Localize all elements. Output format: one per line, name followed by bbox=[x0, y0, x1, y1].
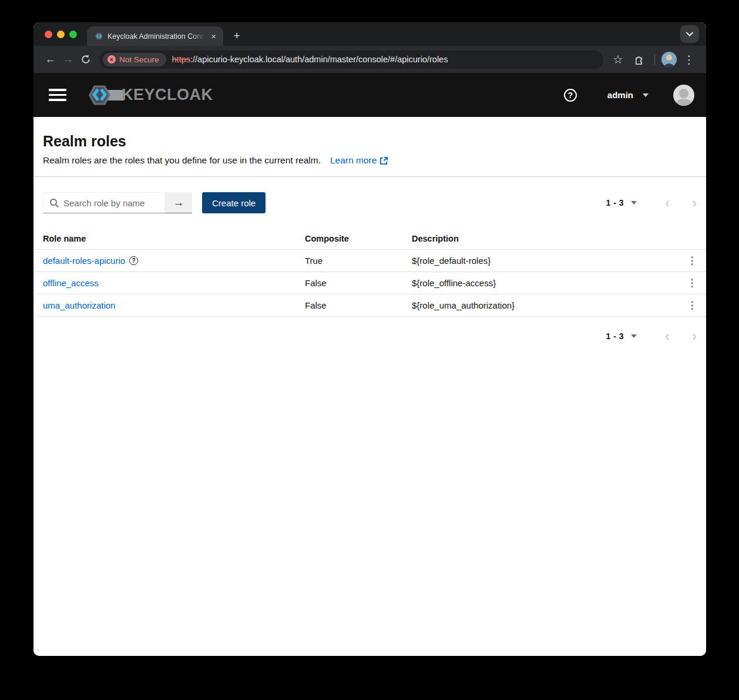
tab-search-button[interactable] bbox=[680, 25, 699, 43]
extensions-icon[interactable] bbox=[630, 51, 648, 68]
new-tab-button[interactable]: + bbox=[229, 28, 245, 44]
help-icon[interactable]: ? bbox=[564, 89, 577, 102]
column-role-name: Role name bbox=[33, 234, 305, 243]
search-input[interactable] bbox=[43, 193, 164, 213]
description-value: ${role_default-roles} bbox=[412, 256, 678, 266]
keycloak-brand[interactable]: KEYCLOAK bbox=[85, 82, 213, 109]
roles-table: Role name Composite Description default-… bbox=[33, 227, 706, 317]
user-menu[interactable]: admin bbox=[607, 90, 649, 100]
keycloak-logo-icon bbox=[85, 82, 125, 109]
role-link[interactable]: default-roles-apicurio bbox=[43, 256, 125, 266]
zoom-window-button[interactable] bbox=[69, 31, 77, 38]
nav-toggle-icon[interactable] bbox=[49, 89, 66, 101]
role-link[interactable]: uma_authorization bbox=[43, 300, 115, 310]
brand-label: KEYCLOAK bbox=[122, 86, 213, 104]
browser-profile-avatar[interactable] bbox=[661, 52, 677, 67]
column-description: Description bbox=[412, 234, 678, 243]
browser-menu-icon[interactable]: ⋮ bbox=[680, 51, 698, 68]
security-badge-label: Not Secure bbox=[119, 55, 159, 64]
main-content: Realm roles Realm roles are the roles th… bbox=[33, 117, 706, 656]
table-header: Role name Composite Description bbox=[33, 227, 706, 250]
security-badge[interactable]: × Not Secure bbox=[103, 53, 166, 66]
page-title: Realm roles bbox=[43, 132, 697, 150]
previous-page-icon[interactable]: ‹ bbox=[665, 329, 670, 343]
close-window-button[interactable] bbox=[45, 31, 52, 38]
chevron-down-icon bbox=[686, 32, 693, 36]
bookmark-star-icon[interactable]: ☆ bbox=[609, 51, 627, 68]
url-text: https://apicurio-keycloak.local/auth/adm… bbox=[172, 55, 448, 64]
pagination-range: 1 - 3 bbox=[606, 331, 624, 341]
browser-tab[interactable]: Keycloak Administration Cons × bbox=[87, 26, 223, 46]
external-link-icon bbox=[379, 156, 388, 165]
browser-toolbar: ← → × Not Secure https://apicurio-keyclo… bbox=[33, 46, 706, 73]
traffic-lights bbox=[45, 31, 77, 38]
composite-value: True bbox=[305, 256, 412, 266]
pagination-range: 1 - 3 bbox=[606, 198, 624, 207]
username-label: admin bbox=[607, 90, 633, 100]
page-header: Realm roles Realm roles are the roles th… bbox=[33, 117, 706, 177]
tab-strip: Keycloak Administration Cons × + bbox=[33, 22, 706, 46]
bottom-bar: 1 - 3 ‹ › bbox=[33, 317, 706, 356]
description-value: ${role_offline-access} bbox=[412, 278, 678, 288]
forward-icon[interactable]: → bbox=[59, 51, 77, 68]
pagination-top: 1 - 3 ‹ › bbox=[606, 196, 697, 210]
search-box bbox=[43, 192, 165, 213]
list-toolbar: → Create role 1 - 3 ‹ › bbox=[33, 177, 706, 227]
reload-icon[interactable] bbox=[77, 51, 95, 68]
toolbar-divider bbox=[654, 55, 655, 65]
search-icon bbox=[49, 198, 59, 208]
keycloak-masthead: KEYCLOAK ? admin bbox=[33, 73, 706, 117]
next-page-icon[interactable]: › bbox=[692, 196, 697, 210]
toolbar-right: ☆ ⋮ bbox=[609, 51, 698, 68]
next-page-icon[interactable]: › bbox=[692, 329, 697, 343]
role-link[interactable]: offline_access bbox=[43, 278, 99, 288]
previous-page-icon[interactable]: ‹ bbox=[665, 196, 670, 210]
row-actions-kebab-icon[interactable]: ⋮ bbox=[678, 299, 706, 312]
row-actions-kebab-icon[interactable]: ⋮ bbox=[678, 277, 706, 289]
table-row: default-roles-apicurio ? True ${role_def… bbox=[33, 250, 706, 272]
pagination-caret-icon[interactable] bbox=[631, 201, 637, 205]
pagination-bottom: 1 - 3 ‹ › bbox=[606, 329, 697, 343]
user-menu-caret-icon bbox=[643, 93, 649, 97]
column-composite: Composite bbox=[305, 234, 412, 243]
close-tab-icon[interactable]: × bbox=[209, 31, 219, 42]
url-protocol: https bbox=[172, 55, 190, 64]
learn-more-link[interactable]: Learn more bbox=[330, 155, 388, 166]
composite-value: False bbox=[305, 300, 412, 310]
row-actions-kebab-icon[interactable]: ⋮ bbox=[678, 254, 706, 267]
create-role-button[interactable]: Create role bbox=[202, 192, 266, 213]
back-icon[interactable]: ← bbox=[42, 51, 59, 68]
composite-value: False bbox=[305, 278, 412, 288]
browser-window: Keycloak Administration Cons × + ← → × N… bbox=[33, 22, 706, 656]
url-rest: ://apicurio-keycloak.local/auth/admin/ma… bbox=[190, 55, 448, 64]
avatar[interactable] bbox=[673, 85, 694, 106]
table-row: offline_access False ${role_offline-acce… bbox=[33, 272, 706, 294]
not-secure-icon: × bbox=[108, 55, 116, 63]
table-row: uma_authorization False ${role_uma_autho… bbox=[33, 294, 706, 317]
minimize-window-button[interactable] bbox=[57, 31, 65, 38]
page-subtitle: Realm roles are the roles that you defin… bbox=[43, 155, 321, 166]
pagination-caret-icon[interactable] bbox=[631, 334, 637, 338]
description-value: ${role_uma_authorization} bbox=[412, 300, 678, 310]
keycloak-favicon-icon bbox=[94, 31, 104, 41]
role-help-icon[interactable]: ? bbox=[129, 256, 138, 265]
tab-title: Keycloak Administration Cons bbox=[108, 32, 205, 41]
search-submit-button[interactable]: → bbox=[165, 192, 192, 213]
learn-more-label: Learn more bbox=[330, 155, 377, 166]
url-bar[interactable]: × Not Secure https://apicurio-keycloak.l… bbox=[99, 51, 603, 69]
